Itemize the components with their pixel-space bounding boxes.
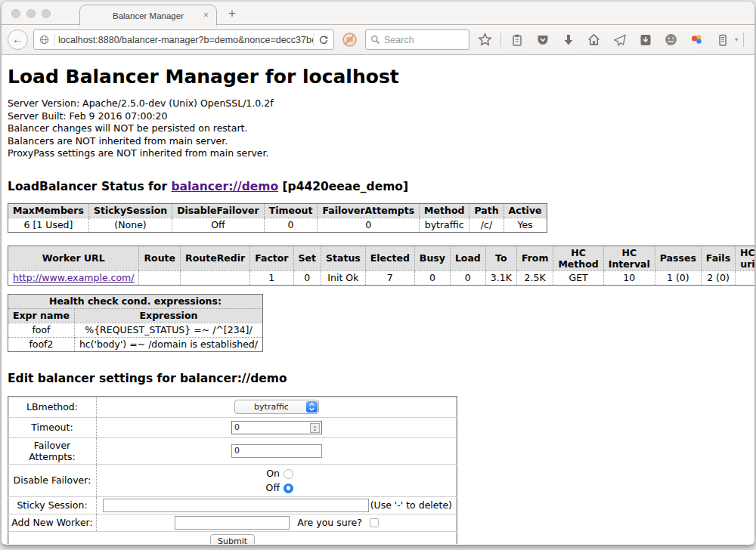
- worker-url-link[interactable]: http://www.example.com/: [13, 272, 134, 283]
- number-spinner-icon[interactable]: ▴▾: [310, 423, 320, 433]
- persist-notice-line: Balancer changes will NOT be persisted o…: [8, 122, 748, 135]
- col-method: Method: [420, 203, 469, 218]
- col-hc-method: HC Method: [553, 246, 603, 270]
- back-button[interactable]: ←: [8, 29, 28, 50]
- feedback-smiley-icon[interactable]: [661, 29, 681, 50]
- col-hc-interval: HC Interval: [603, 246, 655, 270]
- cell-status: Init Ok: [321, 270, 366, 285]
- failover-attempts-input[interactable]: [231, 444, 322, 458]
- col-timeout: Timeout: [264, 203, 318, 218]
- cell-routeredir: [181, 270, 250, 285]
- zoom-window-button[interactable]: [42, 9, 51, 18]
- tab-close-icon[interactable]: ×: [203, 10, 209, 20]
- cell-path: /c/: [469, 218, 503, 232]
- url-bar[interactable]: localhost:8880/balancer-manager?b=demo&n…: [33, 29, 334, 50]
- add-worker-input[interactable]: [175, 516, 290, 530]
- col-status: Status: [321, 246, 366, 270]
- sticky-session-note: (Use '-' to delete): [370, 499, 452, 511]
- balancer-demo-link[interactable]: balancer://demo: [171, 180, 278, 193]
- col-passes: Passes: [655, 246, 701, 270]
- health-check-table: Health check cond. expressions: Expr nam…: [8, 294, 263, 352]
- submit-button[interactable]: Submit: [210, 534, 255, 545]
- form-row-submit: Submit: [8, 531, 457, 544]
- search-input[interactable]: [384, 35, 460, 45]
- clipboard-icon[interactable]: [507, 29, 527, 50]
- cell-expression: %{REQUEST_STATUS} =~ /^[234]/: [74, 323, 262, 337]
- save-square-icon[interactable]: [635, 29, 655, 50]
- download-icon[interactable]: [558, 29, 578, 50]
- col-from: From: [516, 246, 553, 270]
- select-stepper-icon: [306, 401, 318, 412]
- col-elected: Elected: [365, 246, 414, 270]
- col-factor: Factor: [250, 246, 293, 270]
- table-header-row: MaxMembers StickySession DisableFailover…: [8, 203, 547, 218]
- search-icon: [370, 35, 380, 45]
- cell-passes: 1 (0): [655, 270, 701, 285]
- home-icon[interactable]: [584, 29, 604, 50]
- col-maxmembers: MaxMembers: [8, 203, 89, 218]
- form-row-add-worker: Add New Worker: Are you sure?: [8, 514, 457, 531]
- cell-to: 3.1K: [485, 270, 516, 285]
- cell-load: 0: [450, 270, 485, 285]
- add-worker-label: Add New Worker:: [8, 514, 97, 531]
- col-load: Load: [450, 246, 485, 270]
- menu-hamburger-icon[interactable]: [749, 29, 754, 50]
- form-row-sticky-session: Sticky Session: (Use '-' to delete): [8, 496, 457, 514]
- col-expr-name: Expr name: [8, 308, 75, 323]
- tab-balancer-manager[interactable]: Balancer Manager ×: [79, 5, 217, 26]
- content-blocker-icon[interactable]: [339, 29, 360, 50]
- chevron-down-icon[interactable]: ▾: [735, 36, 738, 43]
- inherit-notice-line: Balancers are NOT inherited from main se…: [8, 135, 748, 148]
- url-text[interactable]: localhost:8880/balancer-manager?b=demo&n…: [55, 35, 313, 45]
- col-active: Active: [503, 203, 547, 218]
- send-plane-icon[interactable]: [609, 29, 630, 50]
- status-heading-prefix: LoadBalancer Status for: [8, 180, 171, 193]
- disable-failover-off-radio[interactable]: [284, 484, 293, 493]
- minimize-window-button[interactable]: [26, 9, 36, 18]
- cell-factor: 1: [250, 270, 293, 285]
- browser-window: Balancer Manager × + ← localhost:8880/ba…: [2, 2, 754, 545]
- lbmethod-select[interactable]: bytraffic: [234, 400, 319, 414]
- close-window-button[interactable]: [11, 9, 20, 18]
- col-hc-uri: HC uri: [736, 246, 754, 270]
- col-to: To: [485, 246, 516, 270]
- cell-from: 2.5K: [516, 270, 553, 285]
- cell-set: 0: [293, 270, 321, 285]
- sticky-session-input[interactable]: [103, 499, 369, 512]
- edit-settings-heading: Edit balancer settings for balancer://de…: [8, 372, 748, 385]
- col-stickysession: StickySession: [88, 203, 172, 218]
- are-you-sure-checkbox[interactable]: [370, 518, 379, 527]
- pocket-icon[interactable]: [532, 29, 553, 50]
- cell-stickysession: (None): [88, 218, 172, 232]
- device-battery-icon[interactable]: [712, 29, 733, 50]
- table-header-row: Expr name Expression: [8, 308, 263, 323]
- bookmark-star-icon[interactable]: [475, 29, 495, 50]
- form-row-disable-failover: Disable Failover: On Off: [8, 464, 457, 496]
- color-dots-icon[interactable]: [686, 29, 707, 50]
- form-row-timeout: Timeout: ▴▾: [8, 417, 457, 437]
- table-row: http://www.example.com/ 1 0 Init Ok 7 0 …: [8, 270, 755, 285]
- col-route: Route: [139, 246, 181, 270]
- balancer-status-table: MaxMembers StickySession DisableFailover…: [8, 203, 547, 233]
- tab-bar: Balancer Manager × +: [2, 2, 754, 25]
- worker-table: Worker URL Route RouteRedir Factor Set S…: [8, 246, 754, 286]
- page-content: Load Balancer Manager for localhost Serv…: [2, 55, 754, 544]
- search-bar[interactable]: [365, 29, 469, 50]
- table-row: foof2 hc('body') =~ /domain is establish…: [8, 337, 263, 351]
- disable-failover-label: Disable Failover:: [8, 464, 97, 496]
- window-controls[interactable]: [11, 9, 51, 18]
- cell-busy: 0: [414, 270, 450, 285]
- navigation-toolbar: ← localhost:8880/balancer-manager?b=demo…: [2, 25, 754, 55]
- timeout-input[interactable]: [231, 421, 322, 434]
- col-worker-url: Worker URL: [8, 246, 139, 270]
- cell-expr-name: foof: [8, 323, 75, 337]
- disable-failover-on-radio[interactable]: [284, 469, 293, 479]
- edit-balancer-form: LBmethod: bytraffic Timeout: ▴▾: [8, 396, 457, 545]
- table-row: foof %{REQUEST_STATUS} =~ /^[234]/: [8, 323, 263, 337]
- cell-method: bytraffic: [420, 218, 469, 232]
- status-heading-suffix: [p4420eeae_demo]: [278, 180, 408, 193]
- new-tab-button[interactable]: +: [228, 6, 236, 21]
- cell-timeout: 0: [264, 218, 318, 232]
- server-version-line: Server Version: Apache/2.5.0-dev (Unix) …: [8, 97, 748, 110]
- reload-icon[interactable]: [314, 35, 333, 45]
